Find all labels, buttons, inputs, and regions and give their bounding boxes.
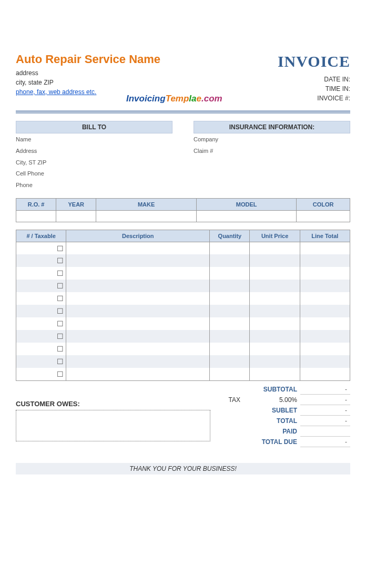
taxable-checkbox[interactable]: ☐ [16,330,66,343]
sublet-value: - [300,405,350,416]
ih-desc: Description [66,230,210,242]
item-cell[interactable] [250,292,300,305]
item-cell[interactable] [66,254,210,267]
ih-taxable: # / Taxable [16,230,66,242]
ins-company: Company [194,135,350,145]
item-cell[interactable] [66,368,210,380]
item-cell[interactable] [210,355,250,368]
owes-box[interactable] [16,410,210,441]
item-row[interactable]: ☐ [16,343,350,355]
item-cell[interactable] [300,242,350,254]
taxable-checkbox[interactable]: ☐ [16,305,66,317]
bill-to-column: BILL TO Name Address City, ST ZIP Cell P… [16,121,172,191]
item-cell[interactable] [250,355,300,368]
item-cell[interactable] [66,317,210,330]
item-row[interactable]: ☐ [16,330,350,343]
item-cell[interactable] [300,254,350,267]
item-cell[interactable] [250,330,300,343]
item-cell[interactable] [210,343,250,355]
item-cell[interactable] [300,355,350,368]
paid-label: PAID [243,426,300,437]
taxable-checkbox[interactable]: ☐ [16,343,66,355]
item-cell[interactable] [250,317,300,330]
vehicle-table: R.O. # YEAR MAKE MODEL COLOR [16,198,350,222]
total-value: - [300,416,350,426]
item-cell[interactable] [250,368,300,380]
vh-make: MAKE [96,198,197,210]
item-row[interactable]: ☐ [16,355,350,368]
item-cell[interactable] [210,305,250,317]
divider-rule [16,110,350,114]
item-cell[interactable] [66,280,210,292]
taxable-checkbox[interactable]: ☐ [16,254,66,267]
ins-claim: Claim # [194,146,350,157]
item-cell[interactable] [250,242,300,254]
item-row[interactable]: ☐ [16,254,350,267]
customer-owes-block: CUSTOMER OWES: [16,384,214,448]
item-cell[interactable] [66,343,210,355]
item-cell[interactable] [66,305,210,317]
company-contact-link[interactable]: phone, fax, web address etc. [16,88,96,96]
vh-color: COLOR [297,198,350,210]
taxable-checkbox[interactable]: ☐ [16,317,66,330]
item-cell[interactable] [250,280,300,292]
item-row[interactable]: ☐ [16,242,350,254]
taxable-checkbox[interactable]: ☐ [16,280,66,292]
bill-address: Address [16,146,172,157]
vh-ro: R.O. # [16,198,56,210]
insurance-column: INSURANCE INFORMATION: Company Claim # [194,121,350,191]
item-cell[interactable] [250,254,300,267]
item-cell[interactable] [66,355,210,368]
subtotal-label: SUBTOTAL [243,384,300,395]
item-cell[interactable] [300,343,350,355]
item-cell[interactable] [300,368,350,380]
ih-qty: Quantity [210,230,250,242]
bill-city: City, ST ZIP [16,158,172,168]
insurance-header: INSURANCE INFORMATION: [194,121,350,133]
item-cell[interactable] [300,330,350,343]
item-cell[interactable] [300,305,350,317]
item-cell[interactable] [66,242,210,254]
taxable-checkbox[interactable]: ☐ [16,355,66,368]
taxable-checkbox[interactable]: ☐ [16,292,66,305]
invoice-no-label: INVOICE #: [278,94,350,103]
item-row[interactable]: ☐ [16,317,350,330]
vh-model: MODEL [196,198,297,210]
totals-table: SUBTOTAL- TAX5.00%- SUBLET- TOTAL- PAID … [219,384,350,448]
item-cell[interactable] [66,292,210,305]
totaldue-value: - [300,437,350,447]
item-cell[interactable] [300,317,350,330]
item-cell[interactable] [250,343,300,355]
item-cell[interactable] [210,292,250,305]
item-cell[interactable] [210,280,250,292]
item-row[interactable]: ☐ [16,267,350,280]
ih-price: Unit Price [250,230,300,242]
taxable-checkbox[interactable]: ☐ [16,267,66,280]
item-cell[interactable] [210,242,250,254]
taxable-checkbox[interactable]: ☐ [16,242,66,254]
item-cell[interactable] [210,330,250,343]
item-row[interactable]: ☐ [16,305,350,317]
item-cell[interactable] [210,317,250,330]
item-row[interactable]: ☐ [16,368,350,380]
item-cell[interactable] [250,305,300,317]
item-cell[interactable] [66,330,210,343]
item-row[interactable]: ☐ [16,280,350,292]
item-cell[interactable] [300,280,350,292]
owes-label: CUSTOMER OWES: [16,400,214,408]
item-cell[interactable] [250,267,300,280]
bill-name: Name [16,135,172,145]
item-cell[interactable] [210,368,250,380]
item-cell[interactable] [66,267,210,280]
vehicle-row[interactable] [16,210,350,222]
taxable-checkbox[interactable]: ☐ [16,368,66,380]
item-row[interactable]: ☐ [16,292,350,305]
total-label: TOTAL [243,416,300,426]
item-cell[interactable] [300,267,350,280]
item-cell[interactable] [210,267,250,280]
sublet-label: SUBLET [243,405,300,416]
watermark: InvoicingTemplae.com [126,94,222,104]
bill-phone: Phone [16,180,172,191]
item-cell[interactable] [210,254,250,267]
item-cell[interactable] [300,292,350,305]
